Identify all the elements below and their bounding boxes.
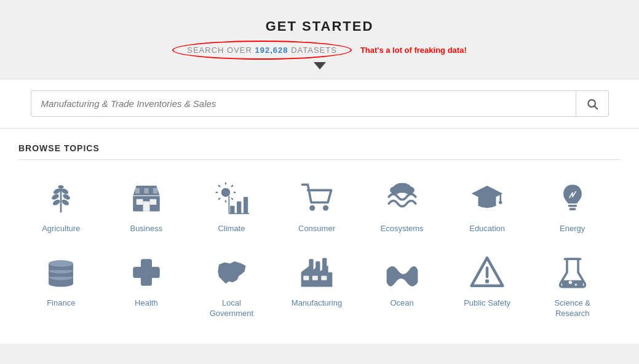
svg-line-1 — [594, 106, 597, 109]
get-started-title: GET STARTED — [0, 18, 639, 34]
svg-point-63 — [485, 279, 489, 283]
svg-rect-12 — [149, 199, 156, 205]
public-safety-icon — [467, 253, 507, 292]
exclamation-text: That's a lot of freaking data! — [360, 46, 467, 55]
business-icon — [127, 178, 166, 218]
consumer-label: Consumer — [298, 224, 335, 234]
education-label: Education — [469, 224, 505, 234]
search-over-text: SEARCH OVER — [187, 46, 252, 55]
topic-item-business[interactable]: Business — [104, 172, 189, 240]
svg-rect-60 — [322, 258, 327, 272]
svg-point-66 — [574, 283, 577, 286]
search-bar-container — [31, 90, 609, 117]
agriculture-icon — [41, 178, 81, 218]
svg-rect-28 — [237, 201, 241, 213]
svg-point-35 — [390, 186, 401, 194]
svg-line-23 — [219, 185, 221, 187]
manufacturing-icon — [297, 253, 336, 292]
svg-rect-55 — [303, 275, 309, 280]
topic-item-local-government[interactable]: Local Government — [189, 247, 274, 325]
svg-line-25 — [231, 185, 233, 187]
topic-item-education[interactable]: Education — [445, 172, 530, 240]
svg-rect-15 — [135, 188, 140, 194]
svg-point-6 — [62, 193, 71, 201]
search-over-wrapper[interactable]: SEARCH OVER 192,628 DATASETS — [172, 41, 352, 60]
search-button[interactable] — [576, 92, 608, 116]
svg-point-51 — [49, 260, 73, 267]
topic-item-public-safety[interactable]: Public Safety — [445, 247, 530, 325]
svg-rect-41 — [569, 208, 576, 210]
science-research-label: Science & Research — [554, 298, 590, 319]
svg-line-24 — [231, 198, 233, 200]
topic-item-manufacturing[interactable]: Manufacturing — [274, 247, 360, 325]
svg-point-33 — [323, 205, 328, 211]
svg-rect-56 — [312, 275, 318, 280]
business-label: Business — [130, 224, 162, 234]
svg-rect-58 — [309, 259, 313, 272]
caret-down-icon — [314, 62, 326, 69]
svg-rect-57 — [321, 275, 327, 280]
search-bar-section — [0, 79, 639, 129]
topic-item-climate[interactable]: Climate — [189, 172, 274, 240]
finance-icon — [41, 253, 81, 292]
finance-label: Finance — [47, 298, 75, 309]
manufacturing-label: Manufacturing — [292, 298, 342, 309]
health-icon — [127, 253, 166, 292]
climate-label: Climate — [218, 224, 245, 234]
svg-point-9 — [58, 185, 64, 188]
topic-item-consumer[interactable]: Consumer — [274, 172, 360, 240]
svg-rect-40 — [568, 205, 577, 207]
svg-rect-17 — [153, 188, 157, 194]
topic-item-finance[interactable]: Finance — [18, 247, 104, 325]
dataset-count: 192,628 — [255, 46, 288, 55]
climate-icon — [212, 178, 251, 218]
topic-item-health[interactable]: Health — [104, 247, 189, 325]
svg-point-39 — [499, 201, 502, 204]
health-label: Health — [135, 298, 158, 309]
svg-point-7 — [52, 199, 62, 207]
energy-icon — [553, 178, 592, 218]
topic-item-energy[interactable]: Energy — [530, 172, 615, 240]
svg-point-32 — [309, 205, 315, 211]
svg-point-36 — [403, 186, 414, 194]
consumer-icon — [297, 178, 336, 218]
search-input[interactable] — [31, 91, 576, 116]
svg-point-18 — [221, 188, 231, 197]
energy-label: Energy — [560, 224, 585, 234]
search-over-oval: SEARCH OVER 192,628 DATASETS — [172, 41, 352, 60]
svg-rect-59 — [316, 261, 320, 272]
ecosystems-label: Ecosystems — [381, 224, 424, 234]
topic-item-agriculture[interactable]: Agriculture — [18, 172, 104, 240]
svg-line-26 — [219, 198, 221, 200]
svg-rect-13 — [143, 201, 149, 211]
search-icon — [586, 98, 598, 110]
education-icon — [467, 178, 507, 218]
svg-point-8 — [61, 199, 70, 207]
public-safety-label: Public Safety — [464, 298, 510, 309]
top-section: GET STARTED SEARCH OVER 192,628 DATASETS… — [0, 0, 639, 79]
svg-rect-27 — [231, 206, 235, 214]
svg-rect-16 — [144, 188, 148, 194]
local-government-icon — [212, 253, 251, 292]
topics-grid: Agriculture Business — [18, 172, 615, 325]
svg-rect-29 — [244, 197, 248, 213]
topic-item-ocean[interactable]: Ocean — [359, 247, 445, 325]
dataset-label: DATASETS — [291, 46, 337, 55]
ecosystems-icon — [383, 178, 422, 218]
topic-item-ecosystems[interactable]: Ecosystems — [359, 172, 445, 240]
browse-title: BROWSE TOPICS — [18, 143, 621, 160]
svg-rect-53 — [133, 267, 160, 278]
agriculture-label: Agriculture — [42, 224, 80, 234]
svg-point-5 — [51, 193, 60, 201]
local-government-label: Local Government — [210, 298, 254, 319]
science-research-icon — [553, 253, 592, 292]
svg-rect-11 — [137, 199, 143, 205]
ocean-label: Ocean — [390, 298, 413, 309]
topic-item-science-research[interactable]: Science & Research — [530, 247, 615, 325]
svg-point-65 — [568, 280, 571, 283]
ocean-icon — [383, 253, 422, 292]
browse-section: BROWSE TOPICS Agriculture — [0, 129, 639, 344]
